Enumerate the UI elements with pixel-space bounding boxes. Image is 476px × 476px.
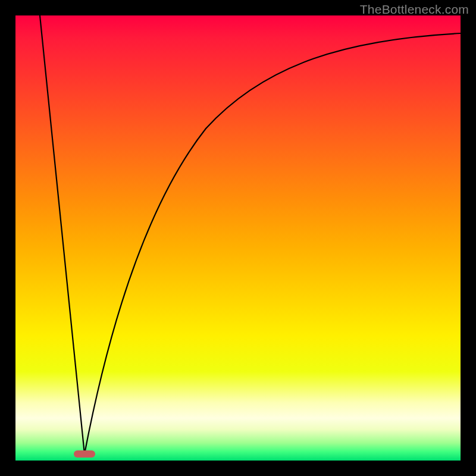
watermark-text: TheBottleneck.com xyxy=(360,2,469,17)
plot-area xyxy=(15,15,461,461)
curve-right-branch xyxy=(84,33,461,454)
chart-frame: TheBottleneck.com xyxy=(0,0,476,476)
optimum-marker xyxy=(74,450,95,458)
bottleneck-curve xyxy=(15,15,461,461)
curve-left-branch xyxy=(40,15,84,454)
